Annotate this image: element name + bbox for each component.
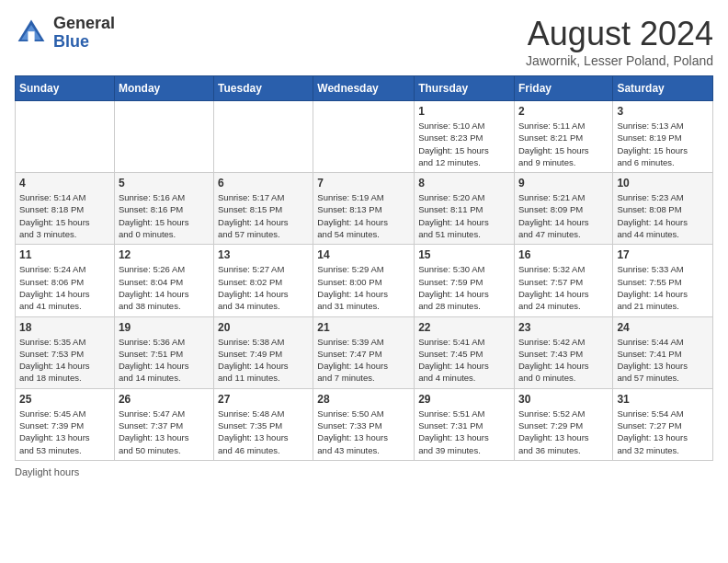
day-info: Sunrise: 5:41 AM Sunset: 7:45 PM Dayligh… bbox=[418, 336, 510, 385]
day-header-tuesday: Tuesday bbox=[214, 76, 313, 101]
calendar-cell: 12Sunrise: 5:26 AM Sunset: 8:04 PM Dayli… bbox=[114, 245, 213, 316]
day-info: Sunrise: 5:51 AM Sunset: 7:31 PM Dayligh… bbox=[418, 408, 510, 456]
logo-text: General Blue bbox=[53, 15, 115, 52]
day-info: Sunrise: 5:27 AM Sunset: 8:02 PM Dayligh… bbox=[218, 263, 309, 312]
day-number: 22 bbox=[418, 321, 510, 334]
day-info: Sunrise: 5:36 AM Sunset: 7:51 PM Dayligh… bbox=[119, 336, 210, 385]
day-number: 14 bbox=[317, 248, 410, 261]
day-header-saturday: Saturday bbox=[613, 76, 713, 101]
month-title: August 2024 bbox=[526, 15, 713, 53]
day-number: 31 bbox=[617, 393, 709, 406]
calendar-cell: 18Sunrise: 5:35 AM Sunset: 7:53 PM Dayli… bbox=[16, 316, 115, 388]
calendar-cell: 6Sunrise: 5:17 AM Sunset: 8:15 PM Daylig… bbox=[214, 173, 313, 245]
day-number: 21 bbox=[317, 321, 410, 334]
day-number: 9 bbox=[518, 177, 609, 190]
day-number: 6 bbox=[218, 177, 309, 190]
daylight-note: Daylight hours bbox=[15, 466, 79, 477]
calendar-cell: 20Sunrise: 5:38 AM Sunset: 7:49 PM Dayli… bbox=[214, 316, 313, 388]
calendar-cell: 14Sunrise: 5:29 AM Sunset: 8:00 PM Dayli… bbox=[313, 245, 415, 316]
day-header-friday: Friday bbox=[514, 76, 612, 101]
day-header-wednesday: Wednesday bbox=[313, 76, 415, 101]
day-header-monday: Monday bbox=[114, 76, 213, 101]
day-number: 28 bbox=[317, 393, 410, 406]
calendar-week-row: 18Sunrise: 5:35 AM Sunset: 7:53 PM Dayli… bbox=[16, 316, 713, 388]
day-info: Sunrise: 5:48 AM Sunset: 7:35 PM Dayligh… bbox=[218, 408, 309, 456]
day-info: Sunrise: 5:32 AM Sunset: 7:57 PM Dayligh… bbox=[518, 263, 609, 312]
day-number: 29 bbox=[418, 393, 510, 406]
day-number: 23 bbox=[518, 321, 609, 334]
logo-general: General bbox=[53, 15, 115, 33]
header: General Blue August 2024 Jawornik, Lesse… bbox=[15, 15, 713, 68]
day-header-thursday: Thursday bbox=[415, 76, 515, 101]
calendar-cell: 5Sunrise: 5:16 AM Sunset: 8:16 PM Daylig… bbox=[114, 173, 213, 245]
day-info: Sunrise: 5:20 AM Sunset: 8:11 PM Dayligh… bbox=[418, 191, 510, 240]
day-number: 17 bbox=[617, 248, 709, 261]
logo: General Blue bbox=[15, 15, 115, 52]
day-info: Sunrise: 5:13 AM Sunset: 8:19 PM Dayligh… bbox=[617, 120, 709, 168]
day-number: 8 bbox=[418, 177, 510, 190]
calendar-cell: 9Sunrise: 5:21 AM Sunset: 8:09 PM Daylig… bbox=[514, 173, 612, 245]
calendar-cell: 16Sunrise: 5:32 AM Sunset: 7:57 PM Dayli… bbox=[514, 245, 612, 316]
day-number: 25 bbox=[19, 393, 110, 406]
calendar-cell bbox=[16, 101, 115, 173]
calendar-header-row: SundayMondayTuesdayWednesdayThursdayFrid… bbox=[16, 76, 713, 101]
day-info: Sunrise: 5:24 AM Sunset: 8:06 PM Dayligh… bbox=[19, 263, 110, 312]
day-info: Sunrise: 5:50 AM Sunset: 7:33 PM Dayligh… bbox=[317, 408, 410, 456]
day-number: 20 bbox=[218, 321, 309, 334]
day-info: Sunrise: 5:52 AM Sunset: 7:29 PM Dayligh… bbox=[518, 408, 609, 456]
calendar-cell: 28Sunrise: 5:50 AM Sunset: 7:33 PM Dayli… bbox=[313, 388, 415, 460]
day-number: 3 bbox=[617, 105, 709, 118]
day-info: Sunrise: 5:47 AM Sunset: 7:37 PM Dayligh… bbox=[119, 408, 210, 456]
calendar-cell: 10Sunrise: 5:23 AM Sunset: 8:08 PM Dayli… bbox=[613, 173, 713, 245]
calendar-cell: 25Sunrise: 5:45 AM Sunset: 7:39 PM Dayli… bbox=[16, 388, 115, 460]
day-info: Sunrise: 5:54 AM Sunset: 7:27 PM Dayligh… bbox=[617, 408, 709, 456]
day-number: 2 bbox=[518, 105, 609, 118]
calendar-cell: 17Sunrise: 5:33 AM Sunset: 7:55 PM Dayli… bbox=[613, 245, 713, 316]
day-number: 7 bbox=[317, 177, 410, 190]
day-info: Sunrise: 5:35 AM Sunset: 7:53 PM Dayligh… bbox=[19, 336, 110, 385]
calendar-week-row: 11Sunrise: 5:24 AM Sunset: 8:06 PM Dayli… bbox=[16, 245, 713, 316]
calendar-cell: 2Sunrise: 5:11 AM Sunset: 8:21 PM Daylig… bbox=[514, 101, 612, 173]
calendar-cell: 31Sunrise: 5:54 AM Sunset: 7:27 PM Dayli… bbox=[613, 388, 713, 460]
day-info: Sunrise: 5:45 AM Sunset: 7:39 PM Dayligh… bbox=[19, 408, 110, 456]
day-number: 11 bbox=[19, 248, 110, 261]
calendar-cell: 30Sunrise: 5:52 AM Sunset: 7:29 PM Dayli… bbox=[514, 388, 612, 460]
calendar-cell: 22Sunrise: 5:41 AM Sunset: 7:45 PM Dayli… bbox=[415, 316, 515, 388]
day-info: Sunrise: 5:10 AM Sunset: 8:23 PM Dayligh… bbox=[418, 120, 510, 168]
logo-icon bbox=[15, 17, 48, 50]
calendar-cell: 7Sunrise: 5:19 AM Sunset: 8:13 PM Daylig… bbox=[313, 173, 415, 245]
day-number: 19 bbox=[119, 321, 210, 334]
calendar-table: SundayMondayTuesdayWednesdayThursdayFrid… bbox=[15, 75, 713, 461]
day-number: 10 bbox=[617, 177, 709, 190]
day-info: Sunrise: 5:39 AM Sunset: 7:47 PM Dayligh… bbox=[317, 336, 410, 385]
day-number: 4 bbox=[19, 177, 110, 190]
calendar-cell bbox=[214, 101, 313, 173]
calendar-cell: 21Sunrise: 5:39 AM Sunset: 7:47 PM Dayli… bbox=[313, 316, 415, 388]
day-info: Sunrise: 5:38 AM Sunset: 7:49 PM Dayligh… bbox=[218, 336, 309, 385]
calendar-cell: 13Sunrise: 5:27 AM Sunset: 8:02 PM Dayli… bbox=[214, 245, 313, 316]
calendar-week-row: 1Sunrise: 5:10 AM Sunset: 8:23 PM Daylig… bbox=[16, 101, 713, 173]
day-number: 15 bbox=[418, 248, 510, 261]
day-number: 13 bbox=[218, 248, 309, 261]
day-number: 30 bbox=[518, 393, 609, 406]
calendar-cell: 23Sunrise: 5:42 AM Sunset: 7:43 PM Dayli… bbox=[514, 316, 612, 388]
day-header-sunday: Sunday bbox=[16, 76, 115, 101]
title-area: August 2024 Jawornik, Lesser Poland, Pol… bbox=[526, 15, 713, 68]
day-info: Sunrise: 5:33 AM Sunset: 7:55 PM Dayligh… bbox=[617, 263, 709, 312]
day-number: 26 bbox=[119, 393, 210, 406]
calendar-cell: 27Sunrise: 5:48 AM Sunset: 7:35 PM Dayli… bbox=[214, 388, 313, 460]
footer-note: Daylight hours bbox=[15, 466, 713, 477]
calendar-cell: 24Sunrise: 5:44 AM Sunset: 7:41 PM Dayli… bbox=[613, 316, 713, 388]
calendar-cell: 19Sunrise: 5:36 AM Sunset: 7:51 PM Dayli… bbox=[114, 316, 213, 388]
logo-blue: Blue bbox=[53, 33, 115, 52]
day-info: Sunrise: 5:23 AM Sunset: 8:08 PM Dayligh… bbox=[617, 191, 709, 240]
calendar-week-row: 25Sunrise: 5:45 AM Sunset: 7:39 PM Dayli… bbox=[16, 388, 713, 460]
day-info: Sunrise: 5:14 AM Sunset: 8:18 PM Dayligh… bbox=[19, 191, 110, 240]
day-info: Sunrise: 5:42 AM Sunset: 7:43 PM Dayligh… bbox=[518, 336, 609, 385]
calendar-cell: 26Sunrise: 5:47 AM Sunset: 7:37 PM Dayli… bbox=[114, 388, 213, 460]
calendar-week-row: 4Sunrise: 5:14 AM Sunset: 8:18 PM Daylig… bbox=[16, 173, 713, 245]
day-number: 24 bbox=[617, 321, 709, 334]
day-number: 12 bbox=[119, 248, 210, 261]
calendar-cell: 8Sunrise: 5:20 AM Sunset: 8:11 PM Daylig… bbox=[415, 173, 515, 245]
calendar-cell: 4Sunrise: 5:14 AM Sunset: 8:18 PM Daylig… bbox=[16, 173, 115, 245]
